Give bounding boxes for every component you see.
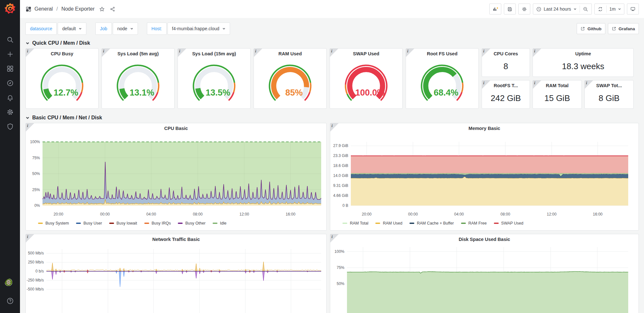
panel-info-icon[interactable]: i [26,49,34,57]
legend-label: Busy Other [185,221,206,226]
panel-info-icon[interactable]: i [330,234,339,243]
legend-swatch [178,223,183,224]
panel-title[interactable]: CPU Basic [26,123,326,133]
legend-label: Busy Iowait [117,221,137,226]
legend-item[interactable]: RAM Total [342,221,368,226]
create-plus-icon[interactable] [6,51,14,58]
panel-info-icon[interactable]: i [178,49,186,57]
panel-title[interactable]: Disk Space Used Basic [330,234,639,244]
dashboard-settings-button[interactable] [518,4,530,14]
ram-used-gauge: 85% [254,59,326,106]
panel-title[interactable]: Root FS Used [406,49,478,59]
panel-info-icon[interactable]: i [533,49,541,57]
svg-text:-500 Mb/s: -500 Mb/s [27,287,44,291]
row-basic-cpu-mem-net-disk[interactable]: Basic CPU / Mem / Net / Disk [25,113,639,123]
variable-value-dropdown[interactable]: f4-mumbai.frappe.cloud [168,23,230,35]
legend-item[interactable]: RAM Cache + Buffer [409,221,454,226]
svg-text:50%: 50% [337,281,344,286]
panel-title[interactable]: RAM Used [254,49,326,59]
breadcrumb-folder[interactable]: General [34,6,53,12]
add-panel-button[interactable] [489,4,501,14]
chart-panel-memory-basic: i Memory Basic 0 B4.66 GiB9.31 GiB14.0 G… [330,123,639,231]
alerting-bell-icon[interactable] [6,94,14,101]
legend-item[interactable]: SWAP Used [494,221,524,226]
chevron-down-icon [25,116,30,120]
user-avatar[interactable] [5,279,15,289]
explore-compass-icon[interactable] [6,79,14,87]
share-icon[interactable] [110,6,115,12]
row-title: Basic CPU / Mem / Net / Disk [32,115,102,121]
panel-title[interactable]: Uptime [533,49,633,59]
legend-item[interactable]: Busy System [38,221,69,226]
legend-item[interactable]: Busy Iowait [109,221,137,226]
panel-info-icon[interactable]: i [26,234,34,243]
time-range-picker[interactable]: Last 24 hours [533,4,580,14]
svg-text:50%: 50% [32,171,40,176]
grafana-logo-icon[interactable] [4,2,16,15]
panel-info-icon[interactable]: i [330,49,338,57]
github-link-button[interactable]: Github [577,23,605,34]
panel-info-icon[interactable]: i [254,49,262,57]
svg-text:12.7%: 12.7% [53,88,78,97]
save-dashboard-button[interactable] [504,4,516,14]
variable-value-dropdown[interactable]: node [113,23,138,35]
legend-item[interactable]: Idle [213,221,226,226]
panel-info-icon[interactable]: i [533,80,541,89]
legend-swatch [213,223,217,224]
legend-swatch [375,223,380,224]
breadcrumb-dashboard[interactable]: Node Exporter [61,6,94,12]
memory-basic-legend: RAM TotalRAM UsedRAM Cache + BufferRAM F… [330,218,639,228]
chevron-down-icon [618,7,621,11]
legend-swatch [38,223,43,224]
variable-value-dropdown[interactable]: default [58,23,86,35]
panel-title[interactable]: Network Traffic Basic [26,234,326,244]
legend-item[interactable]: RAM Free [461,221,487,226]
panel-title[interactable]: Sys Load (15m avg) [178,49,250,59]
star-icon[interactable] [99,6,105,12]
panel-info-icon[interactable]: i [330,123,339,132]
refresh-button[interactable] [595,4,606,14]
grafana-link-button[interactable]: Grafana [608,23,639,34]
legend-label: RAM Used [383,221,402,226]
kiosk-mode-button[interactable] [627,4,639,14]
chevron-down-icon [573,7,577,11]
legend-label: SWAP Used [501,221,524,226]
variable-label: datasource [25,23,57,35]
svg-text:0 b/s: 0 b/s [35,269,44,273]
refresh-icon [598,6,603,12]
svg-text:68.4%: 68.4% [434,88,458,97]
legend-item[interactable]: RAM Used [375,221,402,226]
cpu-basic-chart: 0%25%50%75%100%20:0000:0004:0008:0012:00… [26,133,326,218]
dashboards-icon[interactable] [6,65,14,72]
configuration-gear-icon[interactable] [6,108,14,116]
breadcrumb: General / Node Exporter [25,6,95,12]
panel-info-icon[interactable]: i [26,123,34,132]
panel-info-icon[interactable]: i [102,49,110,57]
panel-title[interactable]: SWAP Used [330,49,402,59]
legend-item[interactable]: Busy Other [178,221,206,226]
panel-info-icon[interactable]: i [482,49,490,57]
row-quick-cpu-mem-disk[interactable]: Quick CPU / Mem / Disk [25,38,639,48]
refresh-interval-picker[interactable]: 1m [607,4,624,14]
legend-swatch [409,223,414,224]
svg-text:27.9 GiB: 27.9 GiB [333,143,348,148]
help-icon[interactable] [6,297,14,305]
stat-panel-ram-total: i RAM Total 15 GiB [533,80,582,109]
panel-info-icon[interactable]: i [482,80,490,89]
zoom-out-time-button[interactable] [580,4,591,14]
svg-text:100%: 100% [334,249,344,254]
panel-title[interactable]: Memory Basic [330,123,639,133]
legend-label: RAM Total [350,221,368,226]
settings-gear-icon [522,6,527,12]
panel-info-icon[interactable]: i [406,49,414,57]
chevron-down-icon [79,27,82,30]
panel-title[interactable]: Sys Load (5m avg) [102,49,174,59]
legend-item[interactable]: Busy IRQs [144,221,171,226]
panel-title[interactable]: CPU Busy [26,49,98,59]
variable-label: Job [95,23,112,35]
legend-item[interactable]: Busy User [76,221,102,226]
panel-info-icon[interactable]: i [585,80,593,89]
server-admin-shield-icon[interactable] [6,123,14,130]
search-icon[interactable] [6,36,14,43]
stat-value: 8 [482,59,530,74]
